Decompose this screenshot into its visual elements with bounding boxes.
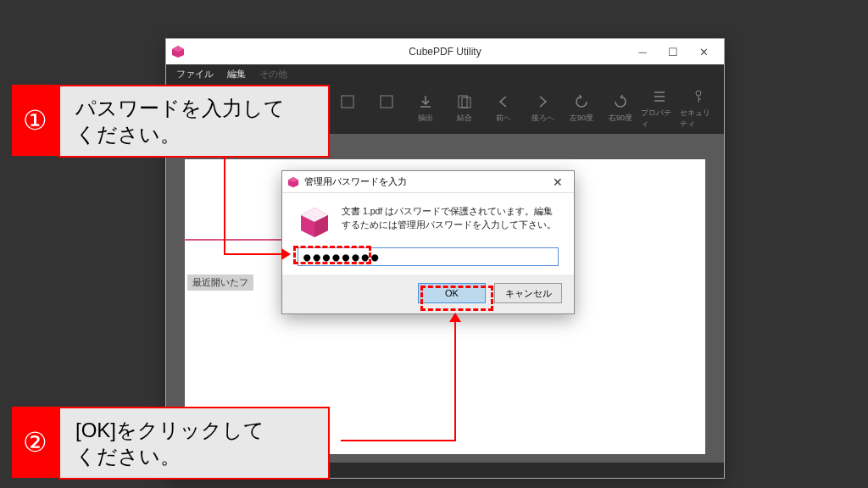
dialog-message: 文書 1.pdf はパスワードで保護されています。編集するためには管理用パスワー… — [342, 205, 559, 239]
svg-rect-7 — [381, 96, 392, 108]
annotation-2-number: ② — [12, 407, 58, 478]
svg-rect-6 — [342, 96, 353, 108]
annotation-1-number: ① — [12, 85, 58, 156]
app-title: CubePDF Utility — [409, 46, 481, 58]
menubar: ファイル 編集 その他 — [166, 64, 724, 83]
annotation-2-text: [OK]をクリックして ください。 — [58, 407, 330, 480]
tool-next[interactable]: 後ろへ — [524, 86, 561, 131]
recent-files-label: 最近開いたフ — [187, 274, 253, 291]
dialog-icon — [287, 176, 299, 188]
arrow-line-1a — [224, 156, 225, 254]
dialog-body: 文書 1.pdf はパスワードで保護されています。編集するためには管理用パスワー… — [282, 193, 574, 244]
maximize-button[interactable]: ☐ — [658, 42, 688, 62]
app-icon — [171, 45, 185, 58]
svg-rect-9 — [462, 97, 470, 108]
menu-edit[interactable]: 編集 — [220, 65, 253, 83]
dialog-cube-icon — [298, 205, 331, 239]
minimize-button[interactable]: ─ — [627, 42, 658, 62]
arrow-line-1b — [224, 253, 283, 255]
arrow-line-2b — [454, 322, 456, 441]
tool-prev[interactable]: 前へ — [485, 86, 522, 131]
arrow-head-1 — [281, 248, 291, 260]
arrow-head-2 — [449, 313, 461, 322]
annotation-1-text: パスワードを入力して ください。 — [58, 85, 330, 158]
dialog-close-button[interactable]: ✕ — [547, 175, 569, 189]
annotation-1: ① パスワードを入力して ください。 — [12, 85, 330, 158]
tool-hidden5 — [329, 86, 366, 131]
menu-file[interactable]: ファイル — [170, 65, 220, 83]
tool-security[interactable]: セキュリティ — [680, 86, 717, 131]
divider-line — [184, 239, 286, 241]
tool-extract[interactable]: 抽出 — [407, 86, 444, 131]
close-button[interactable]: ✕ — [688, 42, 719, 62]
highlight-password — [293, 246, 371, 264]
menu-other[interactable]: その他 — [253, 65, 294, 83]
arrow-line-2a — [341, 440, 455, 441]
tool-hidden6 — [368, 86, 405, 131]
window-controls: ─ ☐ ✕ — [627, 42, 719, 62]
annotation-2: ② [OK]をクリックして ください。 — [12, 407, 330, 480]
dialog-title: 管理用パスワードを入力 — [304, 175, 407, 188]
dialog-titlebar: 管理用パスワードを入力 ✕ — [282, 171, 574, 193]
svg-point-10 — [696, 91, 701, 96]
titlebar: CubePDF Utility ─ ☐ ✕ — [166, 39, 724, 64]
highlight-ok — [420, 286, 493, 311]
tool-property[interactable]: プロパティ — [641, 86, 678, 131]
tool-merge[interactable]: 結合 — [446, 86, 483, 131]
tool-rotate-left[interactable]: 左90度 — [563, 86, 600, 131]
cancel-button[interactable]: キャンセル — [494, 283, 562, 303]
tool-rotate-right[interactable]: 右90度 — [602, 86, 639, 131]
